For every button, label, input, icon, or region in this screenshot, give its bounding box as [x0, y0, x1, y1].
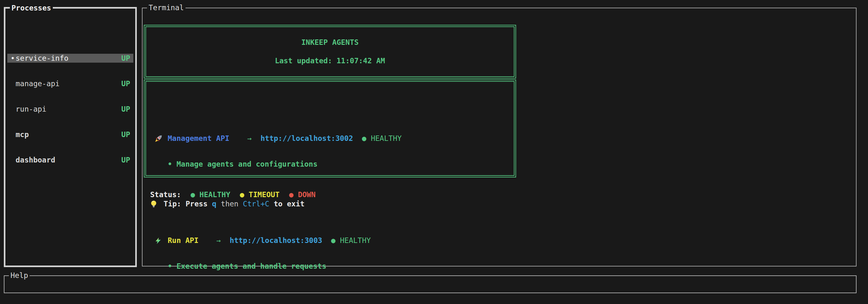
- process-list: • service-info UP manage-api UP run-api …: [5, 33, 135, 181]
- lightning-icon: [154, 237, 163, 244]
- service-name: Management API: [168, 134, 229, 143]
- tip-key-ctrl-c: Ctrl+C: [243, 199, 269, 209]
- service-url[interactable]: http://localhost:3003: [230, 236, 322, 245]
- process-row-mcp[interactable]: mcp UP: [7, 130, 133, 139]
- process-name: service-info: [16, 54, 121, 63]
- process-row-dashboard[interactable]: dashboard UP: [7, 156, 133, 164]
- processes-panel[interactable]: Processes • service-info UP manage-api U…: [4, 7, 137, 267]
- status-legend: Status: ●HEALTHY ●TIMEOUT ●DOWN: [150, 190, 316, 199]
- tip-line: Tip: Press q then Ctrl+C to exit: [150, 199, 305, 209]
- timeout-dot-icon: ●: [240, 191, 244, 199]
- legend-healthy: ●HEALTHY: [191, 190, 230, 199]
- help-panel: Help <C-a: Toggle focus> <q: Quit> <j: N…: [4, 275, 857, 293]
- status-legend-label: Status:: [150, 190, 181, 199]
- arrow-icon: →: [247, 134, 252, 143]
- tip-text: then: [216, 199, 243, 209]
- process-status-badge: UP: [121, 79, 130, 88]
- health-dot-icon: ●: [331, 236, 336, 245]
- tip-text: Tip: Press: [163, 199, 212, 209]
- process-name: mcp: [16, 130, 121, 139]
- healthy-dot-icon: ●: [191, 191, 195, 199]
- process-name: manage-api: [16, 79, 121, 88]
- service-url[interactable]: http://localhost:3002: [260, 134, 353, 143]
- legend-down: ●DOWN: [289, 190, 316, 199]
- tip-key-q: q: [212, 199, 216, 209]
- service-name: Run API: [168, 236, 198, 245]
- services-box: Management API → http://localhost:3002 ●…: [144, 79, 516, 177]
- service-description: • Manage agents and configurations: [154, 160, 514, 169]
- arrow-icon: →: [216, 236, 221, 245]
- agents-title: INKEEP AGENTS: [301, 38, 359, 47]
- selected-bullet-icon: •: [10, 54, 16, 63]
- service-description: • Execute agents and handle requests: [154, 262, 514, 271]
- last-updated-text: Last updated: 11:07:42 AM: [275, 56, 385, 66]
- process-status-badge: UP: [121, 54, 130, 63]
- tip-text: to exit: [269, 199, 305, 209]
- process-row-run-api[interactable]: run-api UP: [7, 105, 133, 113]
- app-background: { "colors": { "background": "#191919", "…: [0, 0, 868, 304]
- process-status-badge: UP: [121, 156, 130, 164]
- service-health-status: HEALTHY: [340, 236, 371, 245]
- agents-header-box: INKEEP AGENTS Last updated: 11:07:42 AM: [144, 25, 516, 78]
- process-status-badge: UP: [121, 130, 130, 139]
- process-row-service-info[interactable]: • service-info UP: [7, 54, 133, 63]
- service-health-status: HEALTHY: [371, 134, 402, 143]
- terminal-output: INKEEP AGENTS Last updated: 11:07:42 AM: [143, 8, 856, 266]
- bulb-icon: [150, 200, 158, 208]
- process-name: run-api: [16, 105, 121, 113]
- health-dot-icon: ●: [362, 134, 367, 143]
- help-shortcuts: <C-a: Toggle focus> <q: Quit> <j: Next> …: [4, 301, 856, 304]
- process-status-badge: UP: [121, 105, 130, 113]
- legend-timeout: ●TIMEOUT: [240, 190, 280, 199]
- help-panel-title: Help: [9, 271, 30, 280]
- processes-panel-title: Processes: [10, 3, 53, 12]
- rocket-icon: [154, 135, 163, 143]
- down-dot-icon: ●: [289, 191, 294, 199]
- terminal-panel[interactable]: Terminal INKEEP AGENTS Last updated: 11:…: [142, 8, 857, 267]
- process-name: dashboard: [16, 156, 121, 164]
- service-management-api: Management API → http://localhost:3002 ●…: [154, 117, 514, 185]
- process-row-manage-api[interactable]: manage-api UP: [7, 79, 133, 88]
